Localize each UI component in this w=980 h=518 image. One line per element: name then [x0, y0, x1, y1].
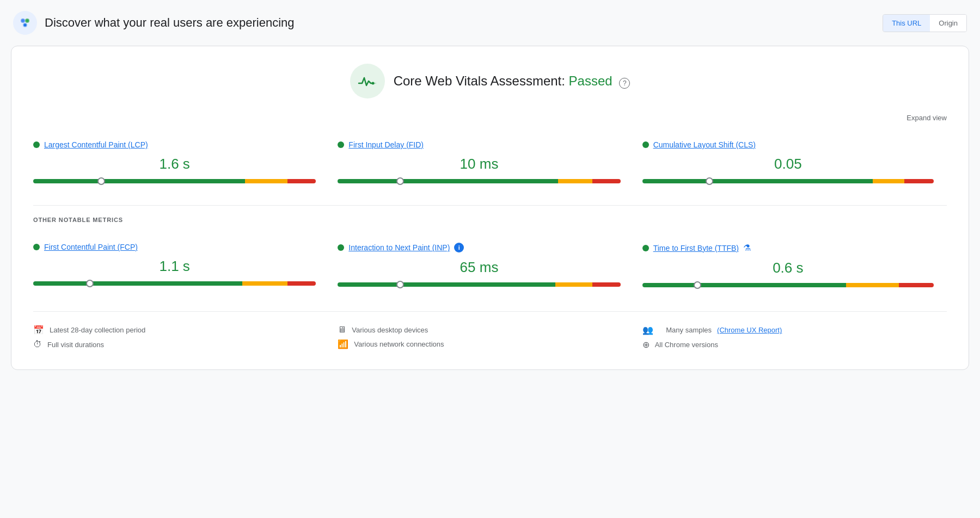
status-dot-inp	[338, 244, 344, 251]
footer-item-1-1: 📅Latest 28-day collection period	[33, 323, 338, 337]
metric-item-ttfb: Time to First Byte (TTFB)⚗0.6 s	[642, 232, 947, 298]
bar-track-fid	[338, 179, 620, 183]
bar-orange-cls	[873, 179, 905, 183]
metric-label-row-fid: First Input Delay (FID)	[338, 140, 620, 149]
expand-view-link[interactable]: Expand view	[906, 114, 947, 122]
footer-text-3-1: Many samples	[666, 326, 712, 334]
bar-orange-fcp	[242, 281, 287, 286]
metric-item-lcp: Largest Contentful Paint (LCP)1.6 s	[33, 130, 338, 194]
footer-col-3: 👥 Many samples(Chrome UX Report)⊕All Chr…	[642, 323, 947, 352]
core-metrics-grid: Largest Contentful Paint (LCP)1.6 sFirst…	[33, 130, 947, 194]
bar-track-inp	[338, 282, 620, 287]
footer-col-2: 🖥Various desktop devices📶Various network…	[338, 323, 642, 352]
bar-orange-inp	[555, 282, 592, 287]
other-metrics-grid: First Contentful Paint (FCP)1.1 sInterac…	[33, 232, 947, 298]
footer-icon-2-1: 🖥	[338, 325, 346, 335]
page-title: Discover what your real users are experi…	[45, 16, 295, 30]
metric-label-row-fcp: First Contentful Paint (FCP)	[33, 243, 316, 251]
svg-point-8	[375, 83, 376, 84]
footer-icon-1-1: 📅	[33, 325, 44, 335]
metric-item-inp: Interaction to Next Paint (INP)i65 ms	[338, 232, 642, 298]
footer-text-3-2: All Chrome versions	[655, 341, 718, 349]
svg-point-3	[22, 20, 24, 22]
bar-marker-fcp	[86, 280, 94, 287]
this-url-button[interactable]: This URL	[883, 15, 930, 32]
bar-red-fcp	[287, 281, 316, 286]
bar-track-lcp	[33, 179, 316, 183]
footer-icon-1-2: ⏱	[33, 340, 42, 349]
header-left: Discover what your real users are experi…	[13, 11, 295, 35]
section-divider	[33, 205, 947, 206]
metric-label-row-cls: Cumulative Layout Shift (CLS)	[642, 140, 934, 149]
status-dot-ttfb	[642, 245, 649, 251]
flask-icon-ttfb: ⚗	[743, 243, 751, 253]
bar-track-fcp	[33, 281, 316, 286]
footer-icon-2-2: 📶	[338, 339, 348, 349]
bar-orange-fid	[558, 179, 592, 183]
expand-row: Expand view	[33, 109, 947, 124]
status-dot-cls	[642, 141, 649, 148]
svg-point-4	[26, 20, 29, 22]
cwv-status: Passed	[569, 73, 612, 88]
progress-bar-cls	[642, 179, 934, 183]
bar-track-cls	[642, 179, 934, 183]
bar-green-ttfb	[642, 283, 847, 287]
footer-text-1-1: Latest 28-day collection period	[50, 326, 145, 334]
metric-label-fcp[interactable]: First Contentful Paint (FCP)	[44, 243, 138, 251]
bar-marker-inp	[396, 281, 404, 288]
cwv-title-row: Core Web Vitals Assessment: Passed ?	[350, 64, 630, 98]
cwv-header: Core Web Vitals Assessment: Passed ?	[33, 64, 947, 98]
footer-link-3-1[interactable]: (Chrome UX Report)	[717, 326, 782, 334]
footer-text-2-2: Various network connections	[354, 340, 444, 348]
bar-red-ttfb	[899, 283, 934, 287]
metric-value-fcp: 1.1 s	[33, 258, 316, 275]
bar-marker-ttfb	[694, 281, 701, 289]
metric-item-fcp: First Contentful Paint (FCP)1.1 s	[33, 232, 338, 298]
metric-label-fid[interactable]: First Input Delay (FID)	[348, 140, 424, 149]
other-metrics-label: OTHER NOTABLE METRICS	[33, 217, 947, 223]
info-badge-inp[interactable]: i	[454, 243, 464, 252]
footer-icon-3-1: 👥	[642, 325, 653, 335]
bar-green-fcp	[33, 281, 242, 286]
metric-item-cls: Cumulative Layout Shift (CLS)0.05	[642, 130, 947, 194]
metric-value-lcp: 1.6 s	[33, 156, 316, 172]
footer-item-2-2: 📶Various network connections	[338, 337, 642, 351]
bar-track-ttfb	[642, 283, 934, 287]
svg-point-5	[24, 24, 27, 27]
logo-icon	[13, 11, 37, 35]
footer-item-3-1: 👥 Many samples(Chrome UX Report)	[642, 323, 947, 337]
progress-bar-fcp	[33, 281, 316, 286]
bar-green-inp	[338, 282, 555, 287]
footer-col-1: 📅Latest 28-day collection period⏱Full vi…	[33, 323, 338, 352]
progress-bar-inp	[338, 282, 620, 287]
status-dot-fid	[338, 141, 344, 148]
metric-value-inp: 65 ms	[338, 259, 620, 276]
metric-label-lcp[interactable]: Largest Contentful Paint (LCP)	[44, 140, 148, 149]
metric-label-cls[interactable]: Cumulative Layout Shift (CLS)	[653, 140, 756, 149]
bar-red-cls	[904, 179, 934, 183]
bar-red-inp	[592, 282, 621, 287]
svg-point-7	[373, 83, 375, 84]
footer-item-1-2: ⏱Full visit durations	[33, 337, 338, 351]
metric-label-ttfb[interactable]: Time to First Byte (TTFB)	[653, 244, 739, 252]
footer-item-2-1: 🖥Various desktop devices	[338, 323, 642, 337]
bar-marker-fid	[396, 177, 404, 185]
url-origin-toggle: This URL Origin	[883, 14, 967, 32]
metric-label-row-lcp: Largest Contentful Paint (LCP)	[33, 140, 316, 149]
cwv-help-icon[interactable]: ?	[619, 78, 630, 89]
footer-info: 📅Latest 28-day collection period⏱Full vi…	[33, 311, 947, 352]
bar-green-lcp	[33, 179, 245, 183]
footer-text-1-2: Full visit durations	[47, 341, 104, 349]
status-dot-fcp	[33, 244, 40, 250]
cwv-icon	[350, 64, 385, 98]
origin-button[interactable]: Origin	[930, 15, 966, 32]
cwv-title: Core Web Vitals Assessment: Passed ?	[394, 73, 630, 89]
bar-green-fid	[338, 179, 558, 183]
footer-item-3-2: ⊕All Chrome versions	[642, 337, 947, 352]
bar-green-cls	[642, 179, 873, 183]
main-card: Core Web Vitals Assessment: Passed ? Exp…	[11, 46, 969, 370]
status-dot-lcp	[33, 141, 40, 148]
metric-label-inp[interactable]: Interaction to Next Paint (INP)	[348, 243, 450, 252]
bar-red-fid	[592, 179, 621, 183]
footer-icon-3-2: ⊕	[642, 340, 650, 350]
